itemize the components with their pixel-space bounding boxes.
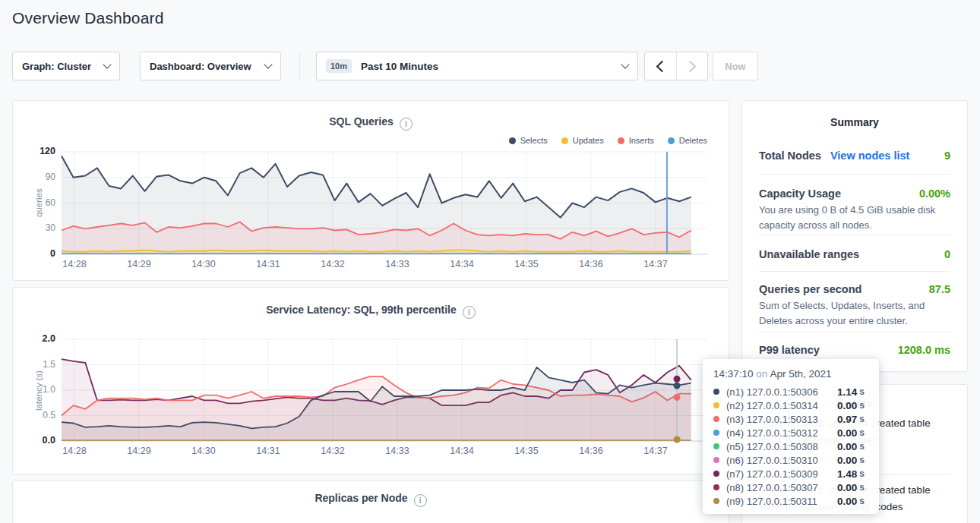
legend-item-deletes[interactable]: Deletes: [668, 136, 707, 145]
tooltip-node-label: (n2) 127.0.0.1:50314: [726, 400, 837, 411]
tooltip-row: (n4) 127.0.0.1:503120.00s: [713, 426, 868, 440]
tooltip-value: 0.00: [837, 427, 857, 439]
summary-divider: [759, 271, 950, 272]
series-dot-icon: [713, 389, 719, 395]
info-icon[interactable]: [463, 306, 476, 319]
legend-dot-icon: [668, 137, 675, 144]
series-dot-icon: [713, 498, 719, 504]
toolbar: Graph: Cluster Dashboard: Overview 10m P…: [0, 52, 980, 80]
legend-item-selects[interactable]: Selects: [509, 136, 548, 145]
x-axis-tick: 14:31: [250, 259, 286, 269]
info-icon[interactable]: [414, 494, 427, 507]
legend-item-updates[interactable]: Updates: [561, 136, 604, 145]
series-dot-icon: [713, 443, 719, 449]
tooltip-row: (n5) 127.0.0.1:503080.00s: [713, 440, 868, 453]
x-axis-tick: 14:34: [444, 446, 480, 456]
time-range-label: Past 10 Minutes: [361, 61, 615, 72]
x-axis-tick: 14:34: [444, 259, 480, 269]
sql-queries-canvas: [62, 152, 707, 254]
tooltip-value: 0.00: [837, 496, 857, 507]
service-latency-plot[interactable]: 0.00.51.01.52.014:2814:2914:3014:3114:32…: [62, 339, 707, 441]
tooltip-unit: s: [859, 400, 865, 411]
x-axis-tick: 14:35: [508, 446, 545, 456]
series-dot-icon: [713, 471, 719, 477]
time-prev-button[interactable]: [645, 52, 676, 80]
tooltip-date-prefix: on: [756, 368, 767, 380]
tooltip-unit: s: [859, 441, 865, 452]
info-icon[interactable]: [400, 118, 413, 131]
summary-divider: [759, 332, 950, 332]
legend-dot-icon: [509, 137, 516, 144]
tooltip-row: (n1) 127.0.0.1:503061.14s: [713, 385, 868, 399]
tooltip-header: 14:37:10 on Apr 5th, 2021: [713, 368, 868, 380]
y-axis-tick: 30: [21, 222, 55, 233]
time-next-button[interactable]: [677, 52, 708, 80]
x-axis-tick: 14:30: [185, 446, 222, 456]
series-dot-icon: [713, 416, 719, 422]
tooltip-value: 0.00: [837, 482, 857, 493]
summary-value: 0: [944, 248, 950, 260]
legend-label: Inserts: [629, 136, 654, 145]
overview-dashboard-page: Overview Dashboard Graph: Cluster Dashbo…: [0, 0, 980, 523]
hover-dot: [674, 382, 681, 389]
tooltip-node-label: (n6) 127.0.0.1:50310: [726, 455, 837, 466]
tooltip-row: (n9) 127.0.0.1:503110.00s: [713, 494, 868, 508]
summary-row-qps: Queries per second 87.5: [759, 283, 950, 295]
tooltip-unit: s: [859, 468, 865, 479]
summary-description: Sum of Selects, Updates, Inserts, and De…: [759, 298, 947, 329]
y-axis-tick: 1.5: [21, 359, 55, 370]
tooltip-node-label: (n3) 127.0.0.1:50313: [726, 414, 837, 425]
chart-title: SQL Queries: [329, 115, 394, 128]
tooltip-value: 0.00: [837, 455, 857, 466]
y-axis-tick: 2.0: [21, 333, 55, 344]
tooltip-value: 0.00: [837, 441, 857, 452]
summary-label: Capacity Usage: [759, 187, 841, 200]
chart-title: Replicas per Node: [315, 492, 407, 504]
summary-label: Total Nodes: [759, 150, 821, 162]
tooltip-unit: s: [859, 455, 865, 465]
chevron-left-icon: [656, 60, 668, 72]
view-nodes-list-link[interactable]: View nodes list: [830, 150, 910, 162]
time-pager: [644, 52, 708, 80]
tooltip-unit: s: [859, 386, 865, 397]
tooltip-unit: s: [859, 496, 865, 506]
graph-dropdown[interactable]: Graph: Cluster: [12, 52, 120, 80]
summary-value: 9: [944, 150, 950, 162]
chevron-down-icon: [621, 60, 629, 68]
tooltip-value: 0.00: [837, 400, 857, 411]
replicas-per-node-card: Replicas per Node: [12, 480, 729, 523]
x-axis-tick: 14:37: [637, 446, 674, 456]
y-axis-tick: 1.0: [21, 384, 55, 395]
dashboard-dropdown-label: Dashboard: Overview: [150, 61, 251, 72]
service-latency-card: Service Latency: SQL, 99th percentile la…: [12, 287, 729, 474]
page-title: Overview Dashboard: [12, 9, 164, 27]
sql-queries-plot[interactable]: 030609012014:2814:2914:3014:3114:3214:33…: [62, 152, 707, 254]
x-axis-tick: 14:35: [508, 259, 545, 269]
x-axis-tick: 14:37: [637, 259, 674, 269]
legend-label: Updates: [573, 136, 604, 145]
tooltip-value: 1.48: [837, 468, 857, 480]
tooltip-value: 1.14: [837, 386, 857, 398]
tooltip-unit: s: [859, 414, 865, 424]
x-axis-tick: 14:29: [121, 446, 157, 456]
x-axis-tick: 14:33: [379, 259, 416, 269]
summary-description: You are using 0 B of 4.5 GiB usable disk…: [759, 203, 947, 233]
dashboard-dropdown[interactable]: Dashboard: Overview: [140, 52, 281, 80]
tooltip-date: Apr 5th, 2021: [770, 368, 831, 380]
y-axis-tick: 0.5: [21, 410, 55, 421]
now-button[interactable]: Now: [713, 52, 758, 80]
x-axis-tick: 14:32: [315, 259, 351, 269]
x-axis-tick: 14:33: [379, 446, 416, 456]
summary-label: Queries per second: [759, 283, 861, 295]
legend-item-inserts[interactable]: Inserts: [618, 136, 654, 145]
chevron-down-icon: [103, 60, 111, 68]
x-axis-tick: 14:30: [185, 259, 222, 269]
tooltip-node-label: (n7) 127.0.0.1:50309: [726, 468, 837, 480]
time-range-dropdown[interactable]: 10m Past 10 Minutes: [316, 52, 638, 80]
tooltip-time: 14:37:10: [713, 368, 754, 380]
series-dot-icon: [713, 484, 719, 490]
x-axis-tick: 14:32: [315, 446, 351, 456]
summary-row-unavailable-ranges: Unavailable ranges 0: [759, 248, 950, 260]
summary-label: P99 latency: [759, 344, 820, 356]
series-dot-icon: [713, 430, 719, 436]
